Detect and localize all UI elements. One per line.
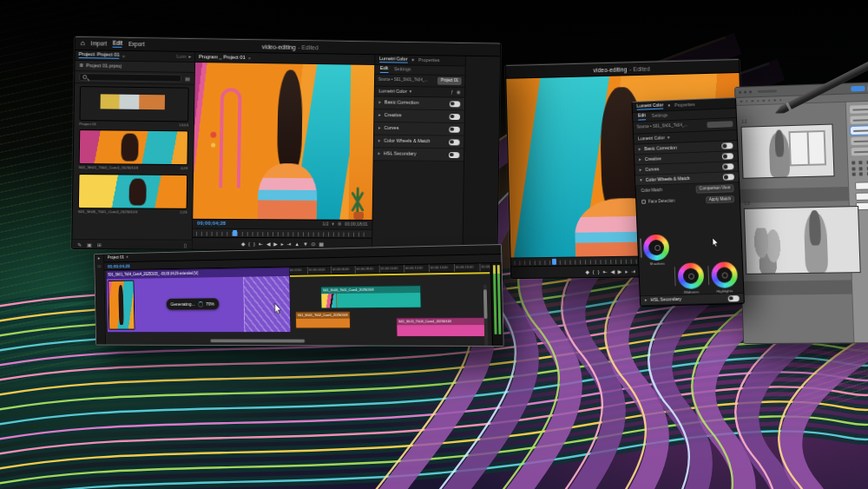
tool-icon[interactable] [740,100,742,102]
color-wheel[interactable] [677,262,704,289]
color-wheel[interactable] [643,234,670,261]
lumetri-section-row[interactable]: ▸ Curves [374,122,464,136]
menu-import[interactable]: Import [91,41,107,47]
clip-thumbnail[interactable] [79,129,188,165]
tool-icon[interactable] [757,100,760,102]
wheel-slider[interactable] [674,267,676,286]
tab-sequence[interactable]: Project 01 [108,255,124,260]
source-chip[interactable] [707,121,733,128]
brush-stroke-card[interactable] [849,105,868,114]
eye-icon[interactable]: ◉ [457,90,461,95]
settings-gear-icon[interactable]: ⚙ [338,222,342,227]
tool-icon[interactable] [852,167,855,170]
tab-properties[interactable]: Properties [674,102,695,108]
lumetri-section-row[interactable]: ▸ Basic Correction [374,96,464,110]
source-chip[interactable]: Project 01 [437,77,462,85]
pencil-icon[interactable]: ✎ [77,242,82,248]
lumetri-section-row[interactable]: ▸ Color Wheels & Match [374,135,464,149]
add-marker-icon[interactable]: ◆ [241,241,246,247]
tool-icon[interactable] [852,161,855,164]
close-icon[interactable]: × [126,255,128,260]
comparison-view-icon[interactable]: ▦ [319,241,324,247]
tool-icon[interactable] [859,172,863,175]
effect-toggle[interactable] [721,142,733,149]
playhead[interactable] [552,259,556,265]
effect-toggle[interactable] [449,152,460,158]
swatch[interactable] [855,192,868,201]
search-input[interactable] [79,73,181,83]
go-to-in-icon[interactable]: ⇤ [603,269,608,274]
swatch[interactable] [855,182,868,190]
tab-lumetri-color[interactable]: Lumetri Color [636,102,663,109]
timeline-tracks[interactable]: 00;00;02;00 00;00;04;00 00;00;06;00 00;0… [104,263,491,346]
tab-program[interactable]: Program _ Project 01 [199,55,246,61]
color-wheel[interactable] [711,261,738,288]
track-select-tool-icon[interactable]: ▭ [97,264,101,268]
clip-thumbnail[interactable] [78,174,187,209]
close-icon[interactable]: × [122,53,126,58]
tool-icon[interactable] [762,100,765,102]
storyboard-frame-1[interactable] [741,124,835,179]
effect-toggle[interactable] [450,114,461,120]
tool-icon[interactable] [859,167,863,170]
brush-stroke-card[interactable] [851,136,868,145]
play-icon[interactable]: ▶ [618,269,622,274]
close-icon[interactable]: × [411,57,414,63]
tab-project[interactable]: Project: Project 01 [79,52,120,59]
mark-out-icon[interactable]: } [598,269,600,274]
effect-toggle[interactable] [450,101,461,107]
menu-export[interactable]: Export [128,42,145,48]
go-to-in-icon[interactable]: ⇤ [259,241,263,247]
effect-toggle[interactable] [449,126,460,132]
export-frame-icon[interactable]: ⊙ [312,241,316,247]
step-back-icon[interactable]: ◀ [610,269,615,274]
tab-properties[interactable]: Properties [418,58,439,63]
face-detection-checkbox[interactable]: Face Detection [641,199,674,204]
home-icon[interactable]: ⌂ [81,40,85,47]
brush-stroke-card[interactable] [850,116,868,124]
go-to-out-icon[interactable]: ⇥ [286,241,291,247]
wheel-slider[interactable] [640,238,641,257]
timeline-clip[interactable]: S01_Sh01_Tk02_Cam1_20250103 [295,311,351,328]
tool-icon[interactable] [751,100,753,102]
chevron-down-icon[interactable]: ▾ [667,135,670,141]
close-icon[interactable]: × [248,55,252,60]
lumetri-section-row[interactable]: ▸ Creative [374,109,464,123]
step-forward-icon[interactable]: ▸ [625,269,628,274]
subtab-settings[interactable]: Settings [652,114,668,119]
storyboard-canvas[interactable]: 1.2 1.3 [736,102,854,343]
subtab-edit[interactable]: Edit [380,66,388,73]
comparison-view-button[interactable]: Comparison View [696,184,734,193]
effect-toggle[interactable] [449,139,460,145]
vertical-scrollbar[interactable] [483,284,489,347]
go-to-out-icon[interactable]: ⇥ [631,269,635,274]
step-forward-icon[interactable]: ▸ [281,241,284,247]
brush-stroke-card[interactable] [851,147,868,155]
chevron-down-icon[interactable]: ▾ [410,89,412,94]
folder-icon[interactable]: ▤ [185,76,190,81]
tab-lumetri-color[interactable]: Lumetri Color [379,56,407,63]
effect-toggle[interactable] [728,295,740,301]
subtab-settings[interactable]: Settings [394,67,411,72]
lumetri-section-row[interactable]: ▸ HSL Secondary [374,148,464,162]
apply-match-button[interactable]: Apply Match [706,195,734,204]
step-back-icon[interactable]: ◀ [266,241,271,247]
storyboard-frame-2[interactable] [744,206,861,274]
tool-icon[interactable] [858,161,862,164]
brush-stroke-card-selected[interactable] [850,126,868,135]
clip-thumbnail[interactable] [79,86,188,122]
project-item[interactable]: S01_Sh01_Tk04_Cam4_20250103 4;28 [79,129,188,170]
wheel-slider[interactable] [707,266,709,285]
tool-icon[interactable] [773,99,776,102]
play-icon[interactable]: ▶ [273,241,278,247]
timeline-clip[interactable]: S01_Sh06_Tk01_Cam4_20250103 [320,285,421,308]
horizontal-scrollbar[interactable] [210,340,305,343]
trash-icon[interactable]: ▯ [184,242,187,248]
tool-icon[interactable] [746,100,748,102]
mark-out-icon[interactable]: } [253,241,255,247]
effect-toggle[interactable] [722,153,733,159]
project-item[interactable]: Project 01 14;04 [79,86,188,128]
tool-icon[interactable] [768,99,771,102]
effect-toggle[interactable] [723,174,734,180]
zoom-level-dropdown[interactable]: 1/2 [323,222,329,227]
